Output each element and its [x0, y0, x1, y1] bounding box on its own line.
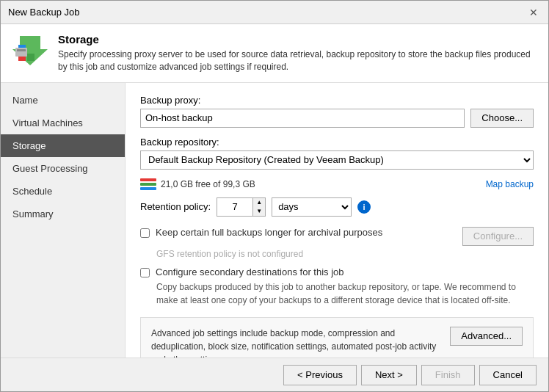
secondary-destinations-row: Configure secondary destinations for thi…	[140, 266, 534, 277]
backup-proxy-input[interactable]	[140, 109, 465, 128]
backup-repository-group: Backup repository: Default Backup Reposi…	[140, 137, 534, 170]
close-button[interactable]: ✕	[526, 5, 541, 20]
header-description: Specify processing proxy server to be us…	[58, 48, 537, 73]
backup-proxy-group: Backup proxy: Choose...	[140, 95, 534, 128]
sidebar-item-storage[interactable]: Storage	[1, 134, 125, 157]
svg-rect-7	[140, 183, 156, 186]
retention-value-input[interactable]	[217, 197, 253, 217]
next-button[interactable]: Next >	[361, 365, 417, 385]
sidebar-item-summary[interactable]: Summary	[1, 203, 125, 225]
previous-button[interactable]: < Previous	[283, 365, 357, 385]
keep-full-backups-row: Keep certain full backups longer for arc…	[140, 227, 382, 238]
storage-info-row: 21,0 GB free of 99,3 GB Map backup	[140, 178, 534, 190]
retention-spinner-buttons: ▲ ▼	[253, 197, 266, 217]
retention-policy-label: Retention policy:	[140, 201, 211, 212]
advanced-section: Advanced job settings include backup mod…	[140, 317, 534, 357]
choose-button[interactable]: Choose...	[470, 109, 534, 128]
retention-info-icon[interactable]: i	[357, 200, 371, 214]
main-form: Backup proxy: Choose... Backup repositor…	[126, 83, 548, 357]
secondary-destinations-label: Configure secondary destinations for thi…	[156, 266, 344, 277]
svg-rect-6	[140, 178, 156, 181]
window-title: New Backup Job	[8, 7, 80, 18]
retention-policy-row: Retention policy: ▲ ▼ days restore point…	[140, 197, 534, 217]
finish-button[interactable]: Finish	[421, 365, 475, 385]
sidebar-item-virtual-machines[interactable]: Virtual Machines	[1, 112, 125, 134]
storage-stack-icon	[140, 178, 156, 190]
sidebar-item-name[interactable]: Name	[1, 89, 125, 112]
retention-decrement-button[interactable]: ▼	[253, 207, 265, 216]
retention-unit-select[interactable]: days restore points	[272, 197, 352, 217]
secondary-destinations-desc: Copy backups produced by this job to ano…	[156, 280, 534, 307]
backup-repository-label: Backup repository:	[140, 137, 534, 148]
svg-rect-5	[17, 49, 26, 51]
header-text: Storage Specify processing proxy server …	[58, 33, 537, 73]
svg-rect-4	[15, 48, 27, 57]
sidebar: Name Virtual Machines Storage Guest Proc…	[1, 83, 126, 357]
header-title: Storage	[58, 33, 537, 46]
sidebar-item-guest-processing[interactable]: Guest Processing	[1, 157, 125, 180]
gfs-status-text: GFS retention policy is not configured	[156, 249, 534, 259]
title-bar: New Backup Job ✕	[1, 1, 548, 24]
svg-rect-8	[140, 187, 156, 190]
storage-info-text: 21,0 GB free of 99,3 GB	[161, 179, 255, 189]
main-window: New Backup Job ✕ Storage Specify process…	[0, 0, 549, 392]
content-area: Name Virtual Machines Storage Guest Proc…	[1, 83, 548, 357]
secondary-destinations-checkbox[interactable]	[140, 268, 150, 277]
header-section: Storage Specify processing proxy server …	[1, 24, 548, 83]
advanced-button[interactable]: Advanced...	[450, 327, 523, 346]
retention-spinner-wrapper: ▲ ▼	[217, 197, 266, 217]
sidebar-item-schedule[interactable]: Schedule	[1, 180, 125, 203]
backup-proxy-label: Backup proxy:	[140, 95, 534, 106]
keep-full-backups-checkbox[interactable]	[140, 228, 150, 238]
cancel-button[interactable]: Cancel	[479, 365, 537, 385]
veeam-logo	[12, 33, 48, 68]
svg-rect-2	[27, 54, 34, 61]
retention-increment-button[interactable]: ▲	[253, 198, 265, 207]
footer: < Previous Next > Finish Cancel	[1, 357, 548, 391]
map-backup-link[interactable]: Map backup	[486, 179, 534, 189]
keep-full-backups-label: Keep certain full backups longer for arc…	[156, 227, 382, 238]
configure-button[interactable]: Configure...	[462, 227, 534, 246]
advanced-text: Advanced job settings include backup mod…	[151, 327, 438, 357]
storage-left: 21,0 GB free of 99,3 GB	[140, 178, 255, 190]
backup-repository-select[interactable]: Default Backup Repository (Created by Ve…	[140, 150, 534, 170]
